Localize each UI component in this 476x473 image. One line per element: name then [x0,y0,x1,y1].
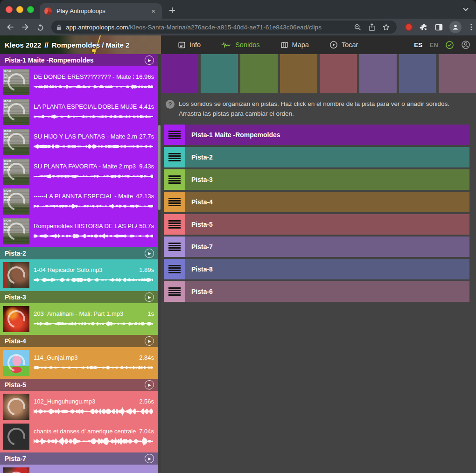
track-row-pista-2[interactable]: Pista-2 [164,147,469,167]
drag-handle[interactable] [164,125,185,145]
track-row-label: Pista-8 [185,265,213,273]
back-arrow-icon [6,22,15,32]
browser-tab[interactable]: Play Antropoloops × [40,3,162,19]
track-play-icon[interactable]: ▶ [145,292,154,302]
forward-button[interactable] [19,21,32,34]
lang-es-button[interactable]: ES [414,42,422,49]
clip-item[interactable]: ROM PE MOL DES SU HIJO Y LAS PLANTAS - M… [0,127,158,157]
track-row-pista-7[interactable]: Pista-7 [164,236,469,257]
tab-close-icon[interactable]: × [149,7,157,15]
extensions-puzzle-icon[interactable] [420,23,428,32]
clip-thumbnail [3,262,29,288]
waveform [34,112,154,121]
kebab-menu-icon[interactable] [468,23,475,31]
track-header[interactable]: Pista-7 ▶ [0,452,158,465]
browser-toolbar: app.antropoloops.com/Kleos-Santa-Marina/… [0,19,476,35]
tab-sonidos[interactable]: Sonidos [211,35,270,54]
track-row-label: Pista-3 [185,176,213,183]
tab-sonidos-label: Sonidos [235,41,259,49]
drag-handle[interactable] [164,236,185,257]
app-header: Kleos 2022//Rompemoldes / Maite 2 Info S… [0,35,476,54]
track-play-icon[interactable]: ▶ [145,249,154,258]
clip-thumbnail [3,467,29,473]
share-icon[interactable] [368,23,376,31]
track-rows: Pista-1 Maite -Rompemoldes Pista-2 Pista… [164,125,469,304]
sidebar-scrollbar[interactable] [158,125,161,210]
clip-name: 203_Amalihani - Mali: Part 1.mp3 [34,310,146,317]
account-icon[interactable] [461,40,470,49]
track-header[interactable]: Pista-3 ▶ [0,291,158,303]
clip-item[interactable]: chants et danses d' amerique centrale - … [0,422,158,452]
breadcrumb-text: Kleos 2022//Rompemoldes / Maite 2 [0,41,129,49]
waveform [34,142,154,151]
bookmark-star-icon[interactable] [382,23,390,31]
help-icon[interactable]: ? [166,100,175,109]
url-text: app.antropoloops.com/Kleos-Santa-Marina/… [66,24,350,31]
clip-item[interactable]: ROM PE MOL DES Rompemoldes HISTORIA DE L… [0,216,158,246]
side-panel-icon[interactable] [434,23,443,32]
help-text: Los sonidos se organizan en pistas. Haz … [179,99,469,119]
track-play-icon[interactable]: ▶ [145,56,154,65]
clip-item[interactable]: 203_Amalihani - Mali: Part 1.mp31s [0,304,158,334]
track-row-pista-6[interactable]: Pista-6 [164,281,469,302]
clip-item[interactable]: ROM PE MOL DES SU PLANTA FAVORITA - Mait… [0,157,158,187]
new-tab-button[interactable] [166,4,179,17]
drag-handle[interactable] [164,192,185,212]
track-row-pista-5[interactable]: Pista-5 [164,214,469,235]
url-path: /Kleos-Santa-Marina/a276ac4e-a815-40d4-a… [128,24,322,31]
clip-name: SU PLANTA FAVORITA - Maite 2.mp3 [34,163,137,170]
clip-item[interactable]: 1-04 Repicador Solo.mp31.89s [0,260,158,290]
profile-avatar[interactable] [449,21,462,33]
track-row-pista-4[interactable]: Pista-4 [164,192,469,212]
check-circle-icon[interactable] [445,41,454,49]
clip-item[interactable]: ROM PE MOL DES DE DONDE ERES???????? - M… [0,67,158,97]
back-button[interactable] [4,21,17,34]
clip-item[interactable]: 114_Gunjai.mp32.84s [0,348,158,378]
track-header[interactable]: Pista-2 ▶ [0,247,158,259]
track-color-swatch [399,54,436,93]
track-clips: 114_Gunjai.mp32.84s [0,347,158,379]
tab-info[interactable]: Info [168,35,211,54]
drag-handle-icon [168,131,181,139]
drag-handle[interactable] [164,214,185,235]
track-clips: 1-04 Repicador Solo.mp31.89s [0,259,158,291]
clip-item[interactable]: Las castañuelas3.13s [0,466,158,473]
record-extension-icon[interactable] [404,22,413,32]
breadcrumb-project[interactable]: Kleos 2022 [5,41,41,49]
track-row-pista-1[interactable]: Pista-1 Maite -Rompemoldes [164,125,469,145]
track-row-pista-8[interactable]: Pista-8 [164,259,469,279]
drag-handle[interactable] [164,169,185,190]
tab-search-button[interactable] [462,6,469,13]
clip-name: Las castañuelas [34,472,137,473]
url-bar[interactable]: app.antropoloops.com/Kleos-Santa-Marina/… [51,21,397,34]
track-row-pista-3[interactable]: Pista-3 [164,169,469,190]
track-header[interactable]: Pista-5 ▶ [0,379,158,391]
drag-handle[interactable] [164,147,185,167]
track-title: Pista-1 Maite -Rompemoldes [5,56,145,64]
track-clips: Las castañuelas3.13s [0,465,158,473]
clip-item[interactable]: 102_Hunguhungu.mp32.56s [0,392,158,422]
tab-mapa[interactable]: Mapa [270,35,319,54]
tab-tocar[interactable]: Tocar [319,35,368,54]
reload-button[interactable] [34,21,47,34]
clip-thumbnail: ROM PE MOL DES [3,99,29,125]
zoom-icon[interactable] [354,23,362,31]
clip-item[interactable]: ROM PE MOL DES LA PLANTA ESPECIAL DOBLE … [0,97,158,127]
track-row-label: Pista-6 [185,288,213,295]
minimize-window-button[interactable] [16,6,23,13]
lang-en-button[interactable]: EN [429,42,438,49]
drag-handle[interactable] [164,259,185,279]
waveform [34,363,154,372]
track-play-icon[interactable]: ▶ [145,336,154,346]
fullscreen-window-button[interactable] [27,6,34,13]
sidebar-track-pista-2: Pista-2 ▶ 1-04 Repicador Solo.mp31.89s [0,247,158,291]
breadcrumb-page[interactable]: Rompemoldes / Maite 2 [52,41,130,49]
drag-handle[interactable] [164,281,185,302]
track-header[interactable]: Pista-4 ▶ [0,335,158,347]
breadcrumb[interactable]: Kleos 2022//Rompemoldes / Maite 2 [0,35,161,54]
track-header[interactable]: Pista-1 Maite -Rompemoldes ▶ [0,54,158,66]
track-play-icon[interactable]: ▶ [145,454,154,463]
track-play-icon[interactable]: ▶ [145,380,154,390]
clip-item[interactable]: ROM PE MOL DES ------LA PLANNTA ESPECIAL… [0,187,158,216]
close-window-button[interactable] [6,6,13,13]
